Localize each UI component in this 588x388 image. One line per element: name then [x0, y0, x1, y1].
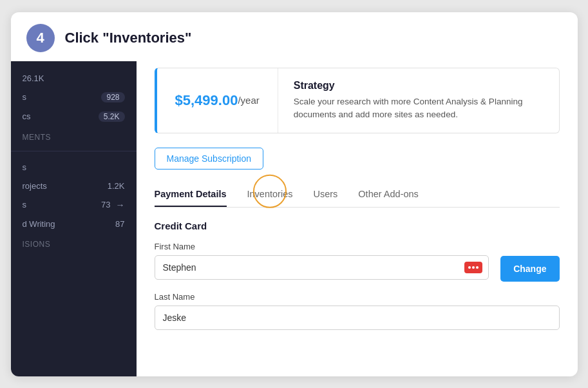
main-content: $5,499.00 /year Strategy Scale your rese…: [137, 61, 578, 376]
sidebar-item-s[interactable]: s: [11, 159, 137, 175]
plan-description: Scale your research with more Content An…: [294, 95, 544, 122]
first-name-group: First Name: [155, 242, 489, 280]
main-card: 4 Click "Inventories" 26.1K s 928 cs 5.2…: [11, 12, 578, 376]
step-title: Click "Inventories": [65, 30, 192, 46]
change-button[interactable]: Change: [500, 256, 559, 282]
last-name-group: Last Name: [155, 292, 560, 330]
tab-inventories[interactable]: Inventories: [247, 184, 293, 207]
last-name-input[interactable]: [155, 306, 560, 330]
sidebar-stat-3: cs 5.2K: [11, 108, 137, 125]
first-name-row: First Name Change: [155, 242, 560, 282]
sidebar-isions: ISIONS: [11, 235, 137, 250]
price-period: /year: [238, 95, 259, 106]
step-header: 4 Click "Inventories": [11, 12, 578, 61]
sidebar-item-projects[interactable]: rojects 1.2K: [11, 178, 137, 194]
first-name-label: First Name: [155, 242, 489, 251]
last-name-label: Last Name: [155, 292, 560, 302]
step-badge: 4: [26, 24, 55, 52]
plan-name: Strategy: [294, 80, 544, 92]
manage-subscription-button[interactable]: Manage Subscription: [155, 148, 264, 170]
pricing-right: Strategy Scale your research with more C…: [278, 68, 559, 133]
sidebar-item-s2[interactable]: s 73 →: [11, 197, 137, 213]
sidebar-divider: [11, 151, 137, 151]
pricing-left: $5,499.00 /year: [157, 68, 278, 133]
first-name-input[interactable]: [155, 255, 489, 280]
sidebar-stat-2: s 928: [11, 89, 137, 106]
tabs: Payment Details Inventories Users Other …: [155, 184, 560, 208]
pricing-banner: $5,499.00 /year Strategy Scale your rese…: [155, 68, 560, 134]
credit-card-section-title: Credit Card: [155, 220, 560, 231]
tab-users[interactable]: Users: [313, 184, 337, 207]
tab-other-addons[interactable]: Other Add-ons: [358, 184, 419, 207]
price-amount: $5,499.00: [175, 92, 238, 109]
sidebar-item-writing[interactable]: d Writing 87: [11, 216, 137, 232]
arrow-icon: →: [116, 200, 125, 210]
tab-payment-details[interactable]: Payment Details: [155, 184, 227, 207]
last-name-input-wrapper: [155, 306, 560, 330]
sidebar: 26.1K s 928 cs 5.2K ments s rojects 1.2K…: [11, 61, 137, 376]
dots: [468, 266, 479, 269]
sidebar-section-label: ments: [11, 128, 137, 143]
content-area: 26.1K s 928 cs 5.2K ments s rojects 1.2K…: [11, 61, 578, 376]
card-icon: [464, 262, 482, 273]
sidebar-stat-1: 26.1K: [11, 70, 137, 86]
first-name-input-wrapper: [155, 255, 489, 280]
